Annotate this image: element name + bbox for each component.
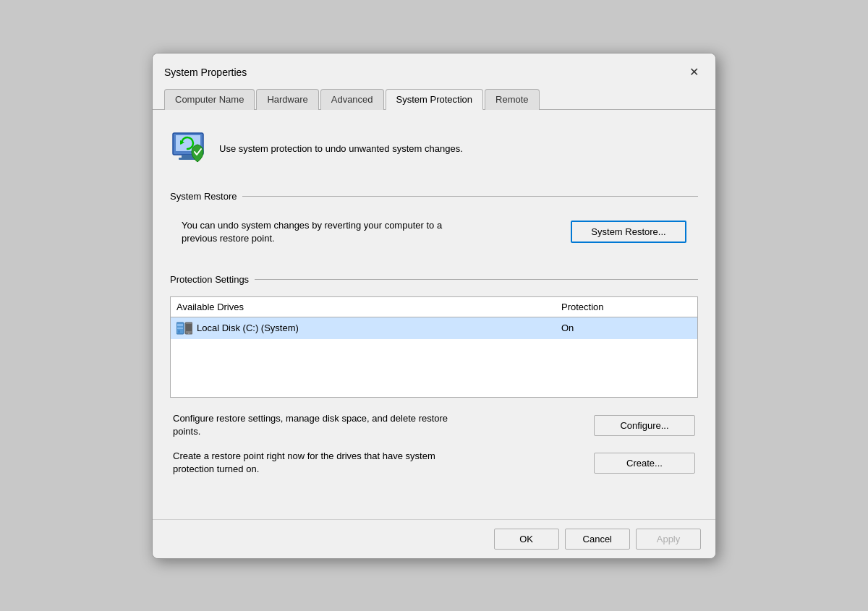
protection-status: On [561, 322, 692, 333]
dialog-footer: OK Cancel Apply [153, 519, 715, 558]
system-restore-section: System Restore You can undo system chang… [170, 191, 698, 251]
configure-row: Configure restore settings, manage disk … [170, 412, 698, 438]
svg-point-11 [188, 333, 190, 334]
drives-table: Available Drives Protection [170, 296, 698, 398]
table-row[interactable]: Local Disk (C:) (System) On [171, 317, 697, 339]
info-box: Use system protection to undo unwanted s… [170, 124, 698, 174]
tabs-container: Computer Name Hardware Advanced System P… [153, 82, 715, 110]
protection-settings-section: Protection Settings Available Drives Pro… [170, 274, 698, 477]
tab-system-protection[interactable]: System Protection [386, 89, 484, 110]
system-properties-dialog: System Properties ✕ Computer Name Hardwa… [152, 53, 716, 559]
drives-table-header: Available Drives Protection [171, 297, 697, 317]
create-description: Create a restore point right now for the… [173, 450, 477, 476]
drive-cell: Local Disk (C:) (System) [176, 322, 561, 335]
apply-button[interactable]: Apply [636, 529, 701, 550]
cancel-button[interactable]: Cancel [565, 529, 630, 550]
system-protection-icon [170, 130, 208, 168]
configure-button[interactable]: Configure... [594, 415, 695, 436]
protection-settings-divider [255, 279, 698, 280]
create-button[interactable]: Create... [594, 453, 695, 474]
protection-settings-header: Protection Settings [170, 274, 698, 285]
tab-hardware[interactable]: Hardware [256, 89, 318, 110]
protection-settings-label: Protection Settings [170, 274, 249, 285]
system-restore-header: System Restore [170, 191, 698, 202]
system-restore-description: You can undo system changes by reverting… [182, 219, 456, 245]
system-restore-label: System Restore [170, 191, 237, 202]
svg-rect-6 [177, 324, 183, 326]
svg-rect-10 [186, 324, 192, 331]
configure-description: Configure restore settings, manage disk … [173, 412, 477, 438]
system-restore-button[interactable]: System Restore... [571, 221, 686, 243]
drive-name: Local Disk (C:) (System) [197, 322, 299, 333]
tab-computer-name[interactable]: Computer Name [164, 89, 255, 110]
col-protection: Protection [561, 302, 692, 312]
system-restore-divider [242, 196, 698, 197]
drives-table-empty-space [171, 339, 697, 397]
tab-content: Use system protection to undo unwanted s… [153, 110, 715, 519]
tab-advanced[interactable]: Advanced [320, 89, 384, 110]
dialog-title: System Properties [164, 67, 247, 78]
svg-rect-8 [178, 330, 180, 333]
system-restore-row: You can undo system changes by reverting… [170, 213, 698, 251]
hdd-icon [176, 322, 192, 335]
title-bar: System Properties ✕ [153, 54, 715, 82]
tab-remote[interactable]: Remote [485, 89, 540, 110]
create-row: Create a restore point right now for the… [170, 450, 698, 476]
close-button[interactable]: ✕ [684, 62, 704, 82]
info-description: Use system protection to undo unwanted s… [219, 143, 463, 154]
svg-rect-7 [177, 328, 183, 329]
ok-button[interactable]: OK [494, 529, 559, 550]
col-available-drives: Available Drives [176, 302, 561, 312]
